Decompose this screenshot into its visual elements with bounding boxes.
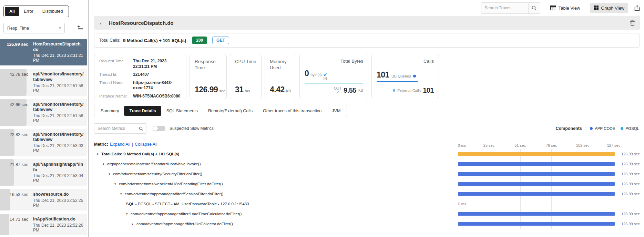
bytes-in-value: 0 <box>305 69 309 78</box>
search-metrics-input[interactable] <box>94 126 136 131</box>
trace-duration: 22.82 sec <box>3 132 28 153</box>
trace-list-item[interactable]: 42.78 secapi/*/monitors/inventory/tablev… <box>0 69 87 95</box>
trace-filter-tab-error[interactable]: Error <box>19 7 38 16</box>
db-queries-label: DB Queries <box>391 74 411 78</box>
metric-tree-row[interactable]: ▾com/adventnet/iam/security/SecurityFilt… <box>94 169 640 179</box>
collapse-filter-icon[interactable] <box>77 25 85 31</box>
expand-all-link[interactable]: Expand All <box>110 142 130 147</box>
collapse-node-icon[interactable]: ▾ <box>103 162 107 166</box>
delete-trace-icon[interactable] <box>630 20 635 26</box>
tab-jvm[interactable]: JVM <box>327 106 346 116</box>
timeline-cell <box>457 219 619 229</box>
collapse-node-icon[interactable]: ▾ <box>120 192 125 196</box>
metrics-search-icon[interactable] <box>136 124 146 133</box>
main-panel: Table View Graph View ← HostResourceDisp… <box>89 0 644 237</box>
row-duration-value: 126.99 sec <box>619 179 640 189</box>
duration-timeline-bar[interactable] <box>458 172 615 176</box>
duration-timeline-bar[interactable] <box>458 152 615 156</box>
graph-view-button[interactable]: Graph View <box>590 3 628 13</box>
bytes-in-unit: byte(s) <box>310 73 321 77</box>
collapse-node-icon[interactable]: ▾ <box>97 152 101 156</box>
duration-timeline-bar[interactable] <box>458 162 615 166</box>
stat-card-cpu-time: CPU Time31ms <box>230 54 262 99</box>
info-row-value: Thu Dec 21, 2023 22:31:21 PM <box>133 59 181 69</box>
back-arrow-icon[interactable]: ← <box>99 20 105 26</box>
graph-view-label: Graph View <box>601 6 624 11</box>
metric-name: com/adventnet/appmanager/filter/SessionF… <box>125 192 223 196</box>
metric-tree-row[interactable]: ▾com/adventnet/appmanager/filter/Session… <box>94 189 640 199</box>
trace-filter-tab-distributed[interactable]: Distributed <box>38 7 68 16</box>
table-view-icon <box>550 6 556 10</box>
trace-timestamp: Thu Dec 21, 2023 22:53:04 PM <box>33 173 84 183</box>
collapse-node-icon[interactable]: ▾ <box>109 172 113 176</box>
stat-card-unit: sec <box>219 89 225 93</box>
duration-timeline-bar[interactable] <box>458 182 615 186</box>
metric-name: com/adventnet/nms/webclient/i18n/Encodin… <box>119 182 223 186</box>
row-duration-value: 126.99 sec <box>619 159 640 169</box>
legend-label: APP CODE <box>595 126 615 131</box>
metric-tree-row[interactable]: SQL - PGSQL - SELECT - AM_UserPasswordTa… <box>94 199 640 209</box>
metric-name: Total Calls: 9 Method Call(s) + 101 SQL(… <box>101 152 179 156</box>
trace-filter-tab-all[interactable]: All <box>5 7 19 16</box>
stat-card-value: 31 <box>235 85 244 94</box>
legend-dot-icon <box>621 127 623 130</box>
trace-list-item[interactable]: 16.53 secshowresource.doThu Dec 21, 2023… <box>0 189 87 210</box>
trace-name: api/*/monitors/inventory/tableview <box>33 102 84 113</box>
external-calls-dot-icon <box>393 89 395 92</box>
timeline-cell <box>457 159 619 169</box>
sort-select[interactable]: Resp. Time ▾ <box>3 23 65 33</box>
calls-title: Calls <box>377 59 434 64</box>
stat-card-memory-used: Memory Used4.42KB <box>265 54 296 99</box>
external-calls-label: External Calls <box>397 89 421 93</box>
tab-remote-external-calls[interactable]: Remote(External) Calls <box>203 106 258 116</box>
components-colon: : <box>585 126 586 131</box>
duration-timeline-bar[interactable] <box>458 212 615 216</box>
collapse-all-link[interactable]: Collapse All <box>135 142 157 147</box>
metric-name: org/apache/catalina/core/StandardHostVal… <box>107 162 201 166</box>
links-divider: | <box>132 142 133 147</box>
collapse-node-icon[interactable]: ▾ <box>114 182 119 186</box>
metric-name: com/adventnet/iam/security/SecurityFilte… <box>113 172 202 176</box>
table-view-button[interactable]: Table View <box>546 3 584 13</box>
trace-timestamp: Thu Dec 21, 2023 22:52:25 PM <box>33 198 84 208</box>
expand-node-icon[interactable]: ▸ <box>132 222 136 226</box>
collapse-node-icon[interactable]: ▾ <box>126 212 131 216</box>
trace-list-item[interactable]: 14.71 secinAppNotification.doThu Dec 21,… <box>0 214 87 235</box>
stat-card-value: 126.99 <box>195 85 218 94</box>
detail-tabs: SummaryTrace DetailsSQL StatementsRemote… <box>94 105 347 117</box>
search-icon[interactable] <box>528 3 540 13</box>
row-duration-value: 126.99 sec <box>619 209 640 219</box>
metric-tree-row[interactable]: ▾com/adventnet/nms/webclient/i18n/Encodi… <box>94 179 640 189</box>
http-method-badge: GET <box>212 37 229 44</box>
search-traces-input[interactable] <box>481 6 528 10</box>
metric-tree-row[interactable]: ▾org/apache/catalina/core/StandardHostVa… <box>94 159 640 169</box>
db-queries-value: 101 <box>377 70 389 80</box>
search-metrics-box <box>94 123 146 134</box>
timeline-cell <box>457 169 619 179</box>
duration-timeline-bar[interactable] <box>458 222 615 226</box>
slow-metrics-toggle[interactable] <box>153 126 165 131</box>
inline-duration-value: 0 ms <box>458 202 466 206</box>
metric-tree-row[interactable]: ▾Total Calls: 9 Method Call(s) + 101 SQL… <box>94 149 640 159</box>
duration-timeline-bar[interactable] <box>458 192 615 196</box>
total-calls-value: 9 Method Call(s) + 101 SQL(s) <box>123 38 186 43</box>
info-row-value: 1214407 <box>133 72 181 78</box>
metric-cards-row: Request TimeThu Dec 21, 2023 22:31:21 PM… <box>94 54 640 99</box>
metric-tree-row[interactable]: ▸com/adventnet/appmanager/filter/UriColl… <box>94 219 640 229</box>
trace-list-item[interactable]: 21.87 secapi/*/apminsight/app/*/infoThu … <box>0 159 87 186</box>
trace-name: HostResourceDispatch.do <box>33 42 84 52</box>
tab-sql-statements[interactable]: SQL Statements <box>161 106 203 116</box>
share-icon[interactable] <box>634 5 640 11</box>
calls-card: Calls 101 DB Queries External Calls 101 <box>371 54 439 99</box>
trace-list-item[interactable]: 126.99 secHostResourceDispatch.doThu Dec… <box>0 39 87 65</box>
tab-summary[interactable]: Summary <box>95 106 124 116</box>
trace-timestamp: Thu Dec 21, 2023 22:51:58 PM <box>33 113 84 123</box>
bytes-out-row: OUT ↗ 9.55 KB <box>305 86 363 95</box>
trace-list-item[interactable]: 22.82 secapi/*/monitors/inventory/tablev… <box>0 129 87 156</box>
tab-trace-details[interactable]: Trace Details <box>124 106 161 116</box>
tab-other-traces-of-this-transaction[interactable]: Other traces of this transaction <box>258 106 327 116</box>
trace-list-item[interactable]: 42.66 secapi/*/monitors/inventory/tablev… <box>0 99 87 126</box>
bytes-out-unit: KB <box>358 88 363 92</box>
bytes-out-value: 9.55 <box>344 86 356 94</box>
metric-tree-row[interactable]: ▾com/adventnet/appmanager/filter/LoadTim… <box>94 209 640 219</box>
